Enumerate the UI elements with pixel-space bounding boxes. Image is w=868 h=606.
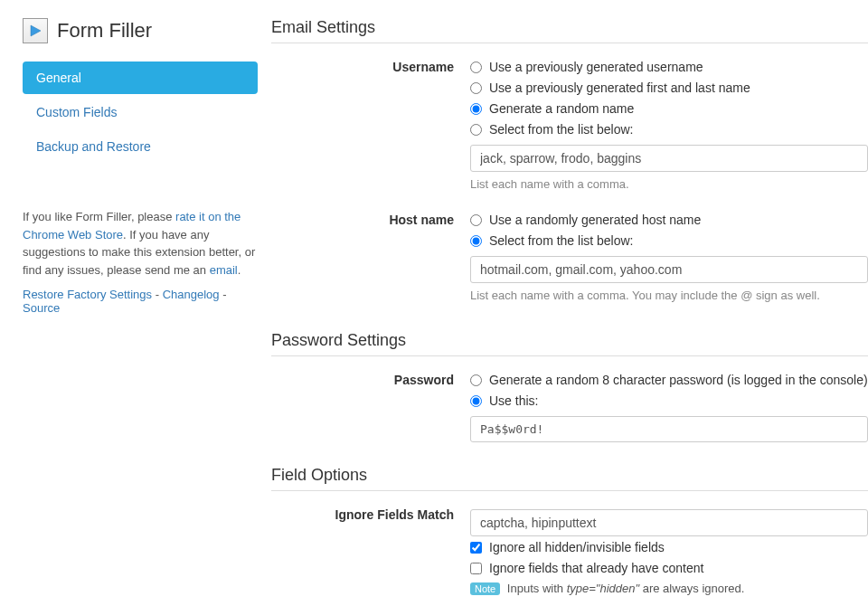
hostname-help: List each name with a comma. You may inc… (470, 289, 868, 302)
app-title: Form Filler (57, 19, 152, 43)
password-opt-random[interactable]: Generate a random 8 character password (… (470, 373, 868, 387)
changelog-link[interactable]: Changelog (163, 288, 220, 301)
username-list-input[interactable] (470, 145, 868, 172)
hostname-opt-random[interactable]: Use a randomly generated host name (470, 213, 868, 227)
hostname-list-input[interactable] (470, 256, 868, 283)
nav-custom-fields[interactable]: Custom Fields (23, 96, 258, 128)
nav-backup-restore[interactable]: Backup and Restore (23, 130, 258, 163)
restore-link[interactable]: Restore Factory Settings (23, 288, 152, 301)
sidebar-links: Restore Factory Settings - Changelog - S… (23, 288, 258, 315)
section-fields-title: Field Options (271, 466, 868, 491)
username-radio-prev-name[interactable] (470, 82, 482, 94)
chk-content[interactable] (470, 563, 482, 574)
chk-hidden-row[interactable]: Ignore all hidden/invisible fields (470, 540, 868, 554)
note-badge: Note (470, 582, 500, 595)
username-opt-prev-user[interactable]: Use a previously generated username (470, 60, 868, 74)
username-radio-list[interactable] (470, 124, 482, 136)
username-label: Username (271, 60, 470, 200)
password-input[interactable] (470, 416, 868, 442)
hostname-opt-list[interactable]: Select from the list below: (470, 233, 868, 248)
hostname-radio-random[interactable] (470, 214, 482, 226)
username-radio-prev-user[interactable] (470, 62, 482, 73)
svg-marker-0 (31, 25, 41, 36)
hostname-radio-list[interactable] (470, 235, 482, 247)
username-opt-random[interactable]: Generate a random name (470, 101, 868, 116)
sidebar-blurb: If you like Form Filler, please rate it … (23, 208, 258, 279)
chk-content-row[interactable]: Ignore fields that already have content (470, 561, 868, 575)
ignore-input[interactable] (470, 509, 868, 536)
section-email-title: Email Settings (271, 18, 868, 43)
password-radio-this[interactable] (470, 395, 482, 407)
blurb-text-3: . (238, 263, 241, 277)
password-label: Password (271, 373, 470, 446)
username-opt-prev-name[interactable]: Use a previously generated first and las… (470, 80, 868, 95)
ignore-label: Ignore Fields Match (271, 507, 470, 595)
app-logo-icon (23, 18, 48, 43)
hostname-label: Host name (271, 213, 470, 311)
section-password-title: Password Settings (271, 331, 868, 356)
password-opt-this[interactable]: Use this: (470, 393, 868, 408)
source-link[interactable]: Source (23, 301, 60, 315)
username-radio-random[interactable] (470, 103, 482, 115)
username-opt-list[interactable]: Select from the list below: (470, 122, 868, 137)
note-em: type="hidden" (567, 582, 639, 595)
username-help: List each name with a comma. (470, 177, 868, 191)
password-radio-random[interactable] (470, 374, 482, 386)
blurb-text: If you like Form Filler, please (23, 210, 175, 223)
nav-general[interactable]: General (23, 62, 258, 94)
chk-hidden[interactable] (470, 542, 482, 554)
email-link[interactable]: email (210, 263, 238, 277)
app-header: Form Filler (23, 18, 258, 43)
note-line: Note Inputs with type="hidden" are alway… (470, 582, 868, 595)
sidebar-nav: General Custom Fields Backup and Restore (23, 62, 258, 163)
